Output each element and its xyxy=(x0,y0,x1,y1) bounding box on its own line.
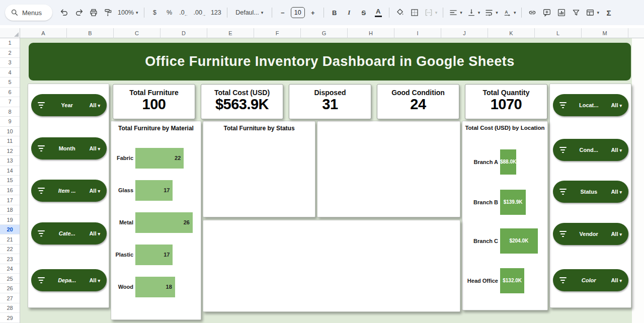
row-header-25[interactable]: 25 xyxy=(0,274,20,284)
more-formats-button[interactable]: 123 xyxy=(209,6,223,20)
redo-button[interactable] xyxy=(72,6,86,20)
kpi-card-total-cost-usd-[interactable]: Total Cost (USD)$563.9K xyxy=(201,84,283,119)
increase-font-size-button[interactable]: + xyxy=(306,6,319,20)
merge-cells-button[interactable] xyxy=(423,6,439,20)
insert-comment-button[interactable] xyxy=(540,6,553,20)
row-header-16[interactable]: 16 xyxy=(0,186,20,196)
slicer-cate[interactable]: Cate...All xyxy=(31,222,107,245)
row-header-28[interactable]: 28 xyxy=(0,303,20,313)
slicer-value[interactable]: All xyxy=(611,231,622,237)
row-header-6[interactable]: 6 xyxy=(0,88,20,98)
slicer-depa[interactable]: Depa...All xyxy=(31,269,107,291)
text-wrap-button[interactable] xyxy=(483,6,500,20)
currency-format-button[interactable]: $ xyxy=(148,6,162,20)
row-header-9[interactable]: 9 xyxy=(0,117,20,127)
column-header-K[interactable]: K xyxy=(488,28,535,38)
column-header-J[interactable]: J xyxy=(441,28,488,38)
row-header-3[interactable]: 3 xyxy=(0,58,20,68)
zoom-select[interactable]: 100% xyxy=(116,6,140,20)
create-filter-button[interactable] xyxy=(570,6,583,20)
row-header-23[interactable]: 23 xyxy=(0,254,20,264)
row-header-7[interactable]: 7 xyxy=(0,97,20,107)
increase-decimals-button[interactable]: .00→ xyxy=(192,6,208,20)
slicer-value[interactable]: All xyxy=(89,277,100,283)
row-header-13[interactable]: 13 xyxy=(0,156,20,166)
row-header-20[interactable]: 20 xyxy=(0,225,20,235)
slicer-locat[interactable]: Locat...All xyxy=(553,94,628,116)
slicer-value[interactable]: All xyxy=(89,102,100,108)
insert-chart-button[interactable] xyxy=(555,6,568,20)
borders-button[interactable] xyxy=(408,6,421,20)
text-rotation-button[interactable]: A xyxy=(501,6,518,20)
decrease-font-size-button[interactable]: − xyxy=(276,6,289,20)
slicer-color[interactable]: ColorAll xyxy=(553,269,628,291)
slicer-year[interactable]: YearAll xyxy=(31,94,107,116)
column-header-C[interactable]: C xyxy=(114,28,160,38)
column-header-A[interactable]: A xyxy=(20,28,67,38)
column-header-G[interactable]: G xyxy=(301,28,348,38)
column-header-B[interactable]: B xyxy=(67,28,114,38)
chart-total-furniture-by-material-bar[interactable]: Total Furniture by MaterialFabric22Glass… xyxy=(111,121,201,320)
row-header-19[interactable]: 19 xyxy=(0,215,20,225)
row-header-18[interactable]: 18 xyxy=(0,205,20,215)
row-header-22[interactable]: 22 xyxy=(0,245,20,255)
row-header-29[interactable]: 29 xyxy=(0,313,20,323)
column-header-I[interactable]: I xyxy=(394,28,441,38)
kpi-card-good-condition[interactable]: Good Condition24 xyxy=(377,84,459,119)
slicer-status[interactable]: StatusAll xyxy=(553,181,628,203)
menus-search[interactable]: Menus xyxy=(5,5,52,21)
column-header-D[interactable]: D xyxy=(160,28,207,38)
percent-format-button[interactable]: % xyxy=(163,6,176,20)
kpi-card-disposed[interactable]: Disposed31 xyxy=(289,84,371,119)
row-header-24[interactable]: 24 xyxy=(0,264,20,274)
row-header-8[interactable]: 8 xyxy=(0,107,20,117)
horizontal-align-button[interactable] xyxy=(447,6,464,20)
column-header-E[interactable]: E xyxy=(207,28,254,38)
row-header-17[interactable]: 17 xyxy=(0,195,20,205)
bold-button[interactable]: B xyxy=(328,6,341,20)
chart-total-furniture-by-material-area[interactable] xyxy=(203,220,460,312)
row-header-5[interactable]: 5 xyxy=(0,77,20,88)
kpi-card-total-furniture[interactable]: Total Furniture100 xyxy=(113,84,195,119)
slicer-value[interactable]: All xyxy=(89,145,100,151)
slicer-value[interactable]: All xyxy=(611,147,622,153)
print-button[interactable] xyxy=(87,6,100,20)
select-all-corner[interactable] xyxy=(0,28,20,38)
slicer-value[interactable]: All xyxy=(89,230,100,236)
slicer-month[interactable]: MonthAll xyxy=(31,137,107,159)
column-header-H[interactable]: H xyxy=(348,28,394,38)
slicer-value[interactable]: All xyxy=(611,102,622,108)
chart-total-furniture-by-location-donut[interactable] xyxy=(317,121,460,217)
paint-format-button[interactable] xyxy=(102,6,115,20)
slicer-value[interactable]: All xyxy=(611,277,622,283)
row-header-2[interactable]: 2 xyxy=(0,48,20,58)
row-header-26[interactable]: 26 xyxy=(0,284,20,294)
font-select[interactable]: Defaul... xyxy=(231,6,268,20)
column-header-F[interactable]: F xyxy=(254,28,301,38)
font-size-input[interactable]: 10 xyxy=(291,7,305,18)
slicer-cond[interactable]: Cond...All xyxy=(553,139,628,161)
kpi-card-total-quantity[interactable]: Total Quantity1070 xyxy=(465,84,547,119)
chart-total-furniture-by-status-pie[interactable]: Total Furniture by Status xyxy=(203,121,315,217)
slicer-item[interactable]: Item ...All xyxy=(31,180,107,202)
column-header-L[interactable]: L xyxy=(535,28,582,38)
insert-link-button[interactable] xyxy=(526,6,539,20)
text-color-button[interactable]: A xyxy=(372,6,385,20)
slicer-value[interactable]: All xyxy=(89,188,100,194)
row-header-1[interactable]: 1 xyxy=(0,38,20,48)
column-header-M[interactable]: M xyxy=(582,28,628,38)
row-header-15[interactable]: 15 xyxy=(0,176,20,186)
strikethrough-button[interactable]: S xyxy=(357,6,370,20)
vertical-align-button[interactable] xyxy=(465,6,482,20)
undo-button[interactable] xyxy=(58,6,71,20)
slicer-vendor[interactable]: VendorAll xyxy=(553,223,628,245)
row-header-10[interactable]: 10 xyxy=(0,127,20,137)
row-header-27[interactable]: 27 xyxy=(0,293,20,303)
italic-button[interactable]: I xyxy=(343,6,356,20)
functions-button[interactable]: Σ xyxy=(602,6,615,20)
table-tools-button[interactable] xyxy=(584,6,601,20)
row-header-11[interactable]: 11 xyxy=(0,136,20,146)
fill-color-button[interactable] xyxy=(393,6,407,20)
chart-total-cost-by-location-bar[interactable]: Total Cost (USD) by LocationBranch A$88.… xyxy=(462,121,548,310)
row-header-21[interactable]: 21 xyxy=(0,234,20,245)
